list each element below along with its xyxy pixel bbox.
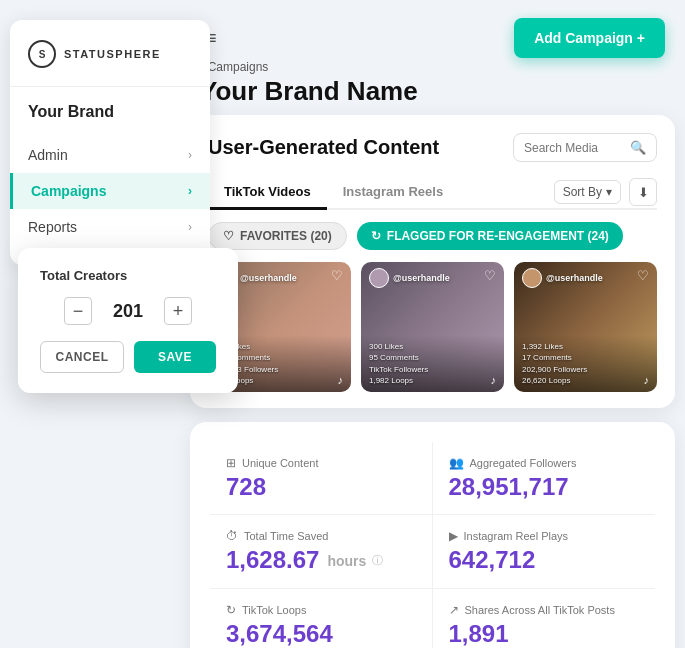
sidebar-item-reports[interactable]: Reports › — [10, 209, 210, 245]
stat-unique-content-label: ⊞ Unique Content — [226, 456, 416, 470]
stat-time-saved-value: 1,628.67 — [226, 547, 319, 573]
refresh-icon: ↻ — [371, 229, 381, 243]
sidebar: S STATUSPHERE Your Brand Admin › Campaig… — [10, 20, 210, 265]
sidebar-nav: Admin › Campaigns › Reports › — [10, 137, 210, 245]
stat-aggregated-followers-label: 👥 Aggregated Followers — [449, 456, 640, 470]
chevron-right-icon: › — [188, 148, 192, 162]
share-icon: ↗ — [449, 603, 459, 617]
tiktok-badge-1: ♪ — [338, 374, 344, 386]
stat-shares-label: ↗ Shares Across All TikTok Posts — [449, 603, 640, 617]
video-overlay-3: @userhandle ♡ — [514, 262, 657, 294]
tab-instagram-reels[interactable]: Instagram Reels — [327, 176, 459, 210]
stat-aggregated-followers-value: 28,951,717 — [449, 474, 640, 500]
flagged-label: FLAGGED FOR RE-ENGAGEMENT (24) — [387, 229, 609, 243]
clock-icon: ⏱ — [226, 529, 238, 543]
search-box[interactable]: 🔍 — [513, 133, 657, 162]
stat-tiktok-loops: ↻ TikTok Loops 3,674,564 — [210, 589, 433, 648]
creators-title: Total Creators — [40, 268, 216, 283]
sort-by-dropdown[interactable]: Sort By ▾ — [554, 180, 621, 204]
video-stat-2-followers: TikTok Followers — [369, 364, 496, 375]
breadcrumb: ‹ Campaigns — [200, 60, 665, 74]
stat-tiktok-loops-value: 3,674,564 — [226, 621, 416, 647]
decrement-button[interactable]: − — [64, 297, 92, 325]
username-2: @userhandle — [393, 273, 450, 283]
video-stat-3-likes: 1,392 Likes — [522, 341, 649, 352]
stat-time-saved: ⏱ Total Time Saved 1,628.67 hours ⓘ — [210, 515, 433, 588]
increment-button[interactable]: + — [164, 297, 192, 325]
stat-shares-value: 1,891 — [449, 621, 640, 647]
heart-icon-3[interactable]: ♡ — [637, 268, 649, 283]
save-button[interactable]: SAVE — [134, 341, 216, 373]
chevron-down-icon: ▾ — [606, 185, 612, 199]
people-icon: 👥 — [449, 456, 464, 470]
breadcrumb-label: Campaigns — [208, 60, 269, 74]
video-stat-3-loops: 26,620 Loops — [522, 375, 649, 386]
video-stat-2-loops: 1,982 Loops — [369, 375, 496, 386]
creators-counter: − 201 + — [40, 297, 216, 325]
main-area: ≡ Add Campaign + ‹ Campaigns Your Brand … — [190, 10, 675, 638]
video-stat-3-followers: 202,900 Followers — [522, 364, 649, 375]
heart-icon-2[interactable]: ♡ — [484, 268, 496, 283]
video-overlay-2: @userhandle ♡ — [361, 262, 504, 294]
avatar-2 — [369, 268, 389, 288]
chevron-right-icon: › — [188, 220, 192, 234]
video-card-2[interactable]: @userhandle ♡ 300 Likes 95 Comments TikT… — [361, 262, 504, 392]
video-stat-2-comments: 95 Comments — [369, 352, 496, 363]
video-user-2: @userhandle — [369, 268, 450, 288]
stat-time-saved-unit: hours — [327, 553, 366, 569]
sidebar-item-campaigns[interactable]: Campaigns › — [10, 173, 210, 209]
username-1: @userhandle — [240, 273, 297, 283]
tab-tiktok-videos[interactable]: TikTok Videos — [208, 176, 327, 210]
video-grid: @userhandle ♡ 101 Likes 230 Comments No … — [208, 262, 657, 392]
flagged-filter[interactable]: ↻ FLAGGED FOR RE-ENGAGEMENT (24) — [357, 222, 623, 250]
stat-reel-plays: ▶ Instagram Reel Plays 642,712 — [433, 515, 656, 588]
counter-value: 201 — [108, 301, 148, 322]
stat-shares: ↗ Shares Across All TikTok Posts 1,891 — [433, 589, 656, 648]
heart-icon-1[interactable]: ♡ — [331, 268, 343, 283]
add-campaign-button[interactable]: Add Campaign + — [514, 18, 665, 58]
video-card-3[interactable]: @userhandle ♡ 1,392 Likes 17 Comments 20… — [514, 262, 657, 392]
stat-tiktok-loops-label: ↻ TikTok Loops — [226, 603, 416, 617]
stat-time-saved-label: ⏱ Total Time Saved — [226, 529, 416, 543]
logo-icon: S — [28, 40, 56, 68]
chevron-right-icon: › — [188, 184, 192, 198]
page-title: Your Brand Name — [200, 76, 665, 107]
creators-actions: CANCEL SAVE — [40, 341, 216, 373]
stat-reel-plays-value: 642,712 — [449, 547, 640, 573]
sidebar-brand-label: Your Brand — [10, 87, 210, 129]
tiktok-badge-2: ♪ — [491, 374, 497, 386]
sidebar-item-admin[interactable]: Admin › — [10, 137, 210, 173]
search-icon: 🔍 — [630, 140, 646, 155]
stat-unique-content-value: 728 — [226, 474, 416, 500]
tabs: TikTok Videos Instagram Reels Sort By ▾ … — [208, 176, 657, 210]
play-icon: ▶ — [449, 529, 458, 543]
cancel-button[interactable]: CANCEL — [40, 341, 124, 373]
logo-area: S STATUSPHERE — [10, 40, 210, 87]
sidebar-item-reports-label: Reports — [28, 219, 77, 235]
info-icon[interactable]: ⓘ — [372, 553, 383, 568]
stat-reel-plays-label: ▶ Instagram Reel Plays — [449, 529, 640, 543]
filter-pills: ♡ FAVORITES (20) ↻ FLAGGED FOR RE-ENGAGE… — [208, 222, 657, 250]
heart-icon: ♡ — [223, 229, 234, 243]
stat-time-saved-row: 1,628.67 hours ⓘ — [226, 547, 416, 573]
export-button[interactable]: ⬇ — [629, 178, 657, 206]
video-stats-2: 300 Likes 95 Comments TikTok Followers 1… — [361, 335, 504, 392]
topbar: ≡ Add Campaign + — [190, 10, 675, 58]
ugc-header: User-Generated Content 🔍 — [208, 133, 657, 162]
video-stats-3: 1,392 Likes 17 Comments 202,900 Follower… — [514, 335, 657, 392]
sidebar-item-admin-label: Admin — [28, 147, 68, 163]
sort-by-label: Sort By — [563, 185, 602, 199]
sidebar-item-campaigns-label: Campaigns — [31, 183, 106, 199]
app-name: STATUSPHERE — [64, 48, 161, 60]
loop-icon: ↻ — [226, 603, 236, 617]
favorites-filter[interactable]: ♡ FAVORITES (20) — [208, 222, 347, 250]
tab-list: TikTok Videos Instagram Reels — [208, 176, 459, 208]
favorites-label: FAVORITES (20) — [240, 229, 332, 243]
tab-actions: Sort By ▾ ⬇ — [554, 178, 657, 206]
stats-card: ⊞ Unique Content 728 👥 Aggregated Follow… — [190, 422, 675, 648]
search-input[interactable] — [524, 141, 624, 155]
grid-icon: ⊞ — [226, 456, 236, 470]
video-stat-2-likes: 300 Likes — [369, 341, 496, 352]
tiktok-badge-3: ♪ — [644, 374, 650, 386]
creators-popup: Total Creators − 201 + CANCEL SAVE — [18, 248, 238, 393]
